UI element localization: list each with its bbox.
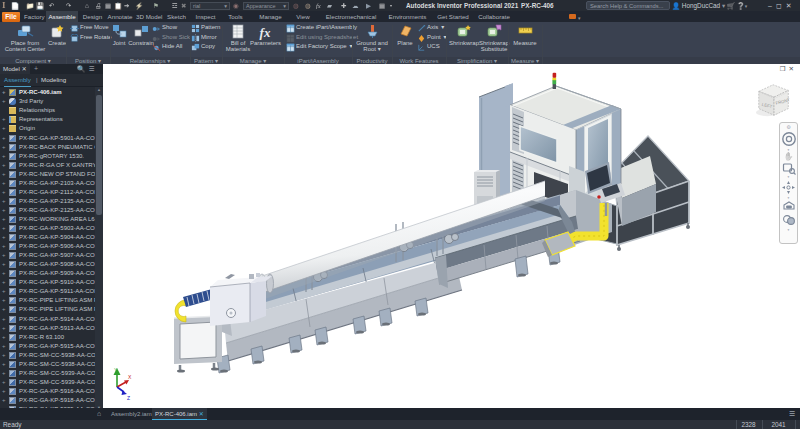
svg-text:Z: Z: [127, 395, 130, 401]
svg-text:X: X: [128, 374, 132, 380]
